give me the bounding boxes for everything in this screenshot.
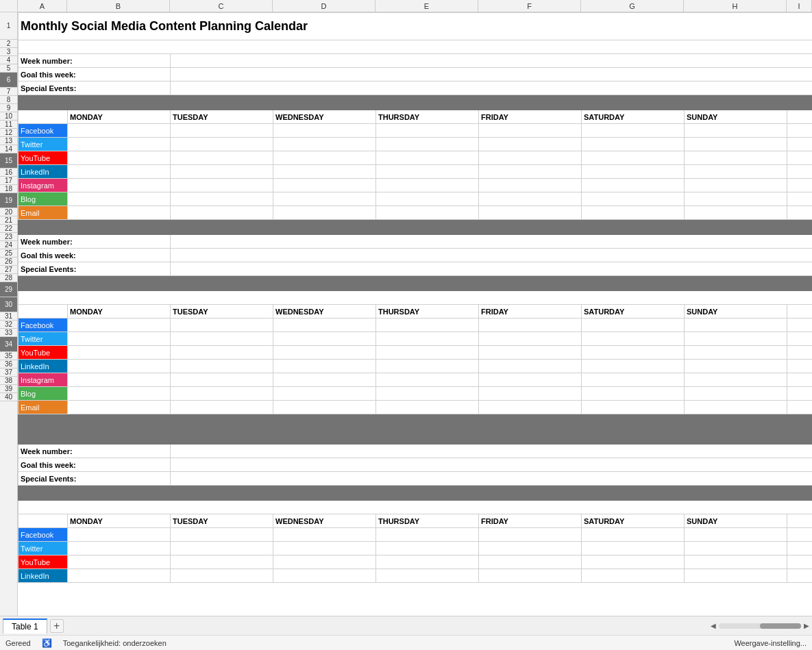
week-number-label-2[interactable]: Week number: [19,235,171,249]
yt-wed-3[interactable] [273,555,376,569]
li-sat-2[interactable] [582,360,685,373]
special-events-label-2[interactable]: Special Events: [19,262,171,276]
em-thu-1[interactable] [376,206,479,220]
row-num-28[interactable]: 28 [0,274,17,282]
tw-sat-1[interactable] [582,138,685,151]
row-num-3[interactable]: 3 [0,48,17,56]
row-num-23[interactable]: 23 [0,233,17,241]
platform-email-2[interactable]: Email [19,401,68,414]
em-fri-1[interactable] [479,206,582,220]
li-extra-2[interactable] [787,360,813,373]
yt-tue-3[interactable] [171,555,273,569]
row-num-26[interactable]: 26 [0,258,17,266]
tw-extra-2[interactable] [787,332,813,346]
special-events-value-1[interactable] [171,82,813,95]
fb-thu-3[interactable] [376,528,479,542]
blank-row-2[interactable] [19,40,813,54]
li-extra-3[interactable] [787,569,813,583]
blank-row-20[interactable] [19,291,813,305]
tw-thu-2[interactable] [376,332,479,346]
platform-linkedin-2[interactable]: LinkedIn [19,360,68,373]
bl-wed-2[interactable] [273,387,376,401]
tw-extra-3[interactable] [787,542,813,555]
li-thu-3[interactable] [376,569,479,583]
tw-sun-2[interactable] [685,332,787,346]
li-fri-2[interactable] [479,360,582,373]
li-fri-1[interactable] [479,165,582,179]
ig-thu-2[interactable] [376,373,479,387]
platform-facebook-3[interactable]: Facebook [19,528,68,542]
em-extra-2[interactable] [787,401,813,414]
li-sun-2[interactable] [685,360,787,373]
yt-sun-2[interactable] [685,346,787,360]
bl-sun-2[interactable] [685,387,787,401]
spreadsheet-title[interactable]: Monthly Social Media Content Planning Ca… [19,13,813,40]
em-fri-2[interactable] [479,401,582,414]
li-sat-3[interactable] [582,569,685,583]
goal-label-2[interactable]: Goal this week: [19,249,171,262]
em-tue-2[interactable] [171,401,273,414]
add-sheet-button[interactable]: + [50,619,64,633]
row-num-10[interactable]: 10 [0,112,17,121]
tw-sat-3[interactable] [582,542,685,555]
platform-linkedin-3[interactable]: LinkedIn [19,569,68,583]
tw-tue-1[interactable] [171,138,273,151]
col-header-h[interactable]: H [684,0,787,12]
goal-label-1[interactable]: Goal this week: [19,68,171,82]
fb-sun-2[interactable] [685,318,787,332]
ig-extra-2[interactable] [787,373,813,387]
fb-extra-1[interactable] [787,124,813,138]
bl-thu-2[interactable] [376,387,479,401]
yt-sun-1[interactable] [685,151,787,165]
bl-fri-2[interactable] [479,387,582,401]
platform-twitter-1[interactable]: Twitter [19,138,68,151]
yt-fri-1[interactable] [479,151,582,165]
fb-thu-2[interactable] [376,318,479,332]
row-num-16[interactable]: 16 [0,168,17,177]
tw-thu-1[interactable] [376,138,479,151]
row-num-38[interactable]: 38 [0,377,17,385]
fb-extra-3[interactable] [787,528,813,542]
fb-sun-1[interactable] [685,124,787,138]
scrollbar-thumb[interactable] [760,623,801,629]
row-num-40[interactable]: 40 [0,393,17,401]
li-sun-1[interactable] [685,165,787,179]
row-num-1[interactable]: 1 [0,12,17,40]
col-header-a[interactable]: A [18,0,67,12]
bl-sat-1[interactable] [582,192,685,206]
ig-sat-1[interactable] [582,179,685,192]
tw-sun-3[interactable] [685,542,787,555]
row-num-20[interactable]: 20 [0,208,17,216]
fb-wed-1[interactable] [273,124,376,138]
ig-fri-2[interactable] [479,373,582,387]
tw-fri-3[interactable] [479,542,582,555]
row-num-39[interactable]: 39 [0,385,17,393]
ig-thu-1[interactable] [376,179,479,192]
row-num-5[interactable]: 5 [0,64,17,73]
em-sat-1[interactable] [582,206,685,220]
yt-sun-3[interactable] [685,555,787,569]
yt-fri-2[interactable] [479,346,582,360]
platform-twitter-3[interactable]: Twitter [19,542,68,555]
platform-facebook-2[interactable]: Facebook [19,318,68,332]
ig-sat-2[interactable] [582,373,685,387]
yt-tue-2[interactable] [171,346,273,360]
goal-label-3[interactable]: Goal this week: [19,458,171,472]
li-sun-3[interactable] [685,569,787,583]
em-sun-1[interactable] [685,206,787,220]
platform-linkedin-1[interactable]: LinkedIn [19,165,68,179]
tw-mon-3[interactable] [68,542,171,555]
row-num-2[interactable]: 2 [0,40,17,48]
ig-fri-1[interactable] [479,179,582,192]
em-sun-2[interactable] [685,401,787,414]
em-extra-1[interactable] [787,206,813,220]
row-num-4[interactable]: 4 [0,56,17,64]
fb-mon-2[interactable] [68,318,171,332]
fb-wed-2[interactable] [273,318,376,332]
platform-blog-2[interactable]: Blog [19,387,68,401]
scroll-right-icon[interactable]: ▶ [804,622,809,629]
fb-sat-1[interactable] [582,124,685,138]
ig-mon-2[interactable] [68,373,171,387]
tw-tue-2[interactable] [171,332,273,346]
tw-extra-1[interactable] [787,138,813,151]
